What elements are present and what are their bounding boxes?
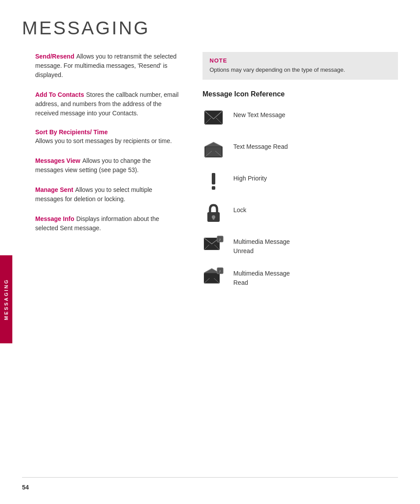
multimedia-unread-label: Multimedia MessageUnread bbox=[233, 234, 290, 256]
svg-rect-12 bbox=[213, 217, 214, 220]
icon-item-multimedia-unread: ♪ Multimedia MessageUnread bbox=[203, 234, 398, 256]
icon-item-high-priority: High Priority bbox=[203, 170, 398, 192]
entry-manage-sent: Manage Sent Allows you to select multipl… bbox=[35, 185, 181, 204]
high-priority-icon bbox=[203, 170, 225, 192]
svg-text:♪: ♪ bbox=[219, 269, 221, 273]
page-number: 54 bbox=[22, 484, 29, 491]
entry-sort-by-recipients: Sort By Recipients/ Time Allows you to s… bbox=[35, 129, 181, 146]
svg-rect-9 bbox=[212, 186, 215, 190]
side-tab-label: MESSAGING bbox=[4, 279, 9, 320]
icon-item-lock: Lock bbox=[203, 202, 398, 224]
bottom-divider bbox=[22, 477, 398, 478]
entry-title-add-to-contacts: Add To Contacts bbox=[35, 91, 84, 98]
section-heading: Message Icon Reference bbox=[203, 90, 398, 98]
main-columns: Send/Resend Allows you to retransmit the… bbox=[22, 52, 398, 297]
new-text-message-icon bbox=[203, 107, 225, 129]
entry-send-resend: Send/Resend Allows you to retransmit the… bbox=[35, 52, 181, 80]
side-tab: MESSAGING bbox=[0, 255, 12, 343]
new-text-message-label: New Text Message bbox=[233, 107, 285, 120]
multimedia-read-label: Multimedia MessageRead bbox=[233, 265, 290, 287]
left-column: Send/Resend Allows you to retransmit the… bbox=[22, 52, 181, 297]
entry-title-messages-view: Messages View bbox=[35, 157, 80, 164]
high-priority-label: High Priority bbox=[233, 170, 267, 183]
entry-messages-view: Messages View Allows you to change the m… bbox=[35, 156, 181, 175]
icon-item-multimedia-read: ♪ Multimedia MessageRead bbox=[203, 265, 398, 287]
entry-message-info: Message Info Displays information about … bbox=[35, 214, 181, 233]
entry-add-to-contacts: Add To Contacts Stores the callback numb… bbox=[35, 90, 181, 118]
entry-text-sort-by-recipients: Allows you to sort messages by recipient… bbox=[35, 136, 181, 146]
entry-title-manage-sent: Manage Sent bbox=[35, 186, 73, 193]
svg-text:♪: ♪ bbox=[219, 237, 221, 242]
entry-title-send-resend: Send/Resend bbox=[35, 53, 74, 60]
multimedia-unread-icon: ♪ bbox=[203, 234, 225, 256]
text-message-read-label: Text Message Read bbox=[233, 139, 288, 151]
lock-label: Lock bbox=[233, 202, 247, 215]
right-column: NOTE Options may vary depending on the t… bbox=[198, 52, 398, 297]
lock-icon bbox=[203, 202, 225, 224]
svg-rect-5 bbox=[206, 147, 221, 156]
entry-title-message-info: Message Info bbox=[35, 215, 74, 222]
multimedia-read-icon: ♪ bbox=[203, 265, 225, 287]
icon-item-text-message-read: Text Message Read bbox=[203, 139, 398, 161]
note-label: NOTE bbox=[210, 57, 391, 64]
note-text: Options may vary depending on the type o… bbox=[210, 66, 391, 74]
text-message-read-icon bbox=[203, 139, 225, 161]
note-box: NOTE Options may vary depending on the t… bbox=[203, 52, 398, 80]
page-content: MESSAGING Send/Resend Allows you to retr… bbox=[0, 0, 420, 315]
page-title: MESSAGING bbox=[22, 18, 398, 39]
svg-rect-8 bbox=[212, 173, 215, 184]
icon-item-new-text-message: New Text Message bbox=[203, 107, 398, 129]
entry-title-sort-by-recipients: Sort By Recipients/ Time bbox=[35, 129, 181, 136]
